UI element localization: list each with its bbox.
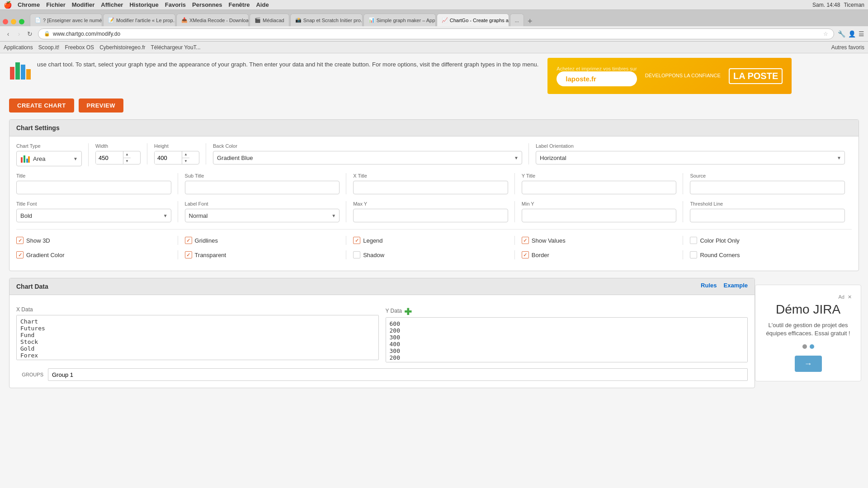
bookmark-2[interactable]: Freebox OS bbox=[65, 44, 94, 51]
height-input[interactable] bbox=[155, 151, 182, 164]
menu-historique[interactable]: Historique bbox=[129, 1, 158, 8]
menu-favoris[interactable]: Favoris bbox=[165, 1, 186, 8]
nav-buttons: ‹ › ↻ bbox=[4, 29, 34, 38]
menu-personnes[interactable]: Personnes bbox=[192, 1, 222, 8]
chart-type-selector[interactable]: Area ▼ bbox=[16, 151, 82, 166]
window-close[interactable] bbox=[3, 19, 8, 24]
chart-data-title: Chart Data bbox=[16, 283, 48, 290]
threshold-input[interactable] bbox=[690, 209, 845, 222]
bookmark-star[interactable]: ☆ bbox=[823, 31, 828, 37]
tab-4[interactable]: 📸 Snap et Scratch Initier pro... bbox=[290, 14, 363, 26]
menu-modifier[interactable]: Modifier bbox=[72, 1, 95, 8]
tab-6[interactable]: 📈 ChartGo - Create graphs a... ✕ bbox=[437, 14, 509, 26]
subtitle-input[interactable] bbox=[185, 181, 340, 194]
cb-legend-box[interactable] bbox=[353, 237, 360, 244]
cb-gradientcolor-label: Gradient Color bbox=[26, 252, 65, 258]
svg-rect-7 bbox=[28, 156, 30, 163]
menu-afficher[interactable]: Afficher bbox=[101, 1, 123, 8]
bookmarks-bar: Applications Scoop.it! Freebox OS Cyberh… bbox=[0, 42, 868, 53]
cb-border-box[interactable] bbox=[522, 251, 529, 258]
logo-description: use chart tool. To start, select your gr… bbox=[9, 58, 538, 80]
url-bar[interactable]: 🔒 www.chartgo.com/modify.do ☆ bbox=[38, 28, 834, 39]
checkbox-row-1: Show 3D Gridlines Legend Show Values bbox=[16, 235, 852, 246]
tab-more[interactable]: ... bbox=[510, 14, 524, 26]
bookmarks-right[interactable]: Autres favoris bbox=[831, 44, 864, 51]
tab-example[interactable]: Example bbox=[724, 282, 748, 289]
backcolor-select[interactable]: Gradient Blue White Gray Black None bbox=[213, 151, 522, 164]
ad-banner: Achetez et imprimez vos timbres sur lapo… bbox=[547, 58, 792, 94]
cb-legend: Legend bbox=[346, 235, 515, 246]
cb-colorplotonly-box[interactable] bbox=[690, 237, 697, 244]
refresh-button[interactable]: ↻ bbox=[25, 29, 34, 38]
cb-showvalues-box[interactable] bbox=[522, 237, 529, 244]
cb-gradientcolor-box[interactable] bbox=[16, 251, 24, 258]
menu-fichier[interactable]: Fichier bbox=[46, 1, 66, 8]
bookmark-0[interactable]: Applications bbox=[4, 44, 33, 51]
miny-label: Min Y bbox=[522, 201, 677, 206]
ad-laposte-btn[interactable]: laposte.fr bbox=[557, 71, 637, 86]
width-up[interactable]: ▲ bbox=[123, 151, 131, 158]
maxy-label: Max Y bbox=[353, 201, 508, 206]
jira-cta-button[interactable]: → bbox=[795, 356, 822, 372]
labelorientation-select[interactable]: Horizontal Vertical Diagonal bbox=[536, 151, 845, 164]
cb-gradientcolor: Gradient Color bbox=[16, 249, 178, 260]
window-maximize[interactable] bbox=[19, 19, 24, 24]
y-data-input[interactable] bbox=[386, 317, 748, 362]
cb-shadow-box[interactable] bbox=[353, 251, 360, 258]
width-spinner[interactable]: ▲ ▼ bbox=[95, 151, 141, 164]
tab-3[interactable]: 🎬 Médiacad bbox=[250, 14, 289, 26]
bookmark-1[interactable]: Scoop.it! bbox=[38, 44, 60, 51]
data-columns: X Data Y Data ✚ bbox=[16, 306, 748, 364]
back-button[interactable]: ‹ bbox=[4, 29, 13, 38]
app-name[interactable]: Chrome bbox=[18, 1, 40, 8]
width-label: Width bbox=[95, 143, 141, 149]
jira-dot-2[interactable] bbox=[810, 344, 814, 349]
menu-aide[interactable]: Aide bbox=[256, 1, 269, 8]
bookmark-4[interactable]: Téléchargeur YouT... bbox=[151, 44, 201, 51]
width-input[interactable] bbox=[96, 151, 123, 164]
cb-show3d-box[interactable] bbox=[16, 237, 24, 244]
extensions-icon[interactable]: 🔧 bbox=[838, 30, 845, 38]
jira-dot-1[interactable] bbox=[802, 344, 807, 349]
titlefont-select[interactable]: Bold Normal Italic bbox=[16, 209, 171, 222]
height-spinner[interactable]: ▲ ▼ bbox=[154, 151, 199, 164]
bookmark-3[interactable]: Cyberhistoiregeo.fr bbox=[99, 44, 145, 51]
cb-colorplotonly-label: Color Plot Only bbox=[700, 237, 739, 244]
x-data-input[interactable] bbox=[16, 315, 379, 360]
ad-close-x[interactable]: ✕ bbox=[848, 294, 852, 300]
preview-button[interactable]: PREVIEW bbox=[79, 99, 123, 113]
cb-showvalues-label: Show Values bbox=[532, 237, 566, 244]
miny-input[interactable] bbox=[522, 209, 677, 222]
threshold-group: Threshold Line bbox=[683, 201, 852, 222]
add-column-button[interactable]: ✚ bbox=[404, 306, 412, 317]
title-input[interactable] bbox=[16, 181, 171, 194]
tab-5[interactable]: 📊 Simple graph maker – App... bbox=[363, 14, 436, 26]
width-down[interactable]: ▼ bbox=[123, 158, 131, 164]
cb-transparent-box[interactable] bbox=[185, 251, 192, 258]
labelfont-select[interactable]: Normal Bold Italic bbox=[185, 209, 340, 222]
cb-gridlines-box[interactable] bbox=[185, 237, 192, 244]
cb-roundcorners-box[interactable] bbox=[690, 251, 697, 258]
menu-icon[interactable]: ☰ bbox=[859, 30, 864, 38]
create-chart-button[interactable]: CREATE CHART bbox=[9, 99, 74, 113]
apple-menu[interactable]: 🍎 bbox=[4, 1, 12, 9]
height-down[interactable]: ▼ bbox=[182, 158, 189, 164]
groups-input[interactable] bbox=[48, 368, 748, 381]
window-minimize[interactable] bbox=[11, 19, 16, 24]
maxy-input[interactable] bbox=[353, 209, 508, 222]
x-data-column: X Data bbox=[16, 306, 379, 364]
xtitle-input[interactable] bbox=[353, 181, 508, 194]
tab-2[interactable]: 📥 XMedia Recode - Downloa... bbox=[176, 14, 249, 26]
profile-icon[interactable]: 👤 bbox=[848, 30, 856, 38]
forward-button[interactable]: › bbox=[14, 29, 24, 38]
tab-1[interactable]: 📝 Modifier l'article « Le prop... bbox=[103, 14, 175, 26]
site-description: use chart tool. To start, select your gr… bbox=[37, 58, 538, 69]
ytitle-input[interactable] bbox=[522, 181, 677, 194]
menu-fenetre[interactable]: Fenêtre bbox=[228, 1, 250, 8]
tab-rules[interactable]: Rules bbox=[701, 282, 717, 289]
source-input[interactable] bbox=[690, 181, 845, 194]
height-up[interactable]: ▲ bbox=[182, 151, 189, 158]
tab-0[interactable]: 📄 ? [Enseigner avec le numéric... bbox=[30, 14, 102, 26]
threshold-label: Threshold Line bbox=[690, 201, 845, 206]
new-tab-button[interactable]: + bbox=[528, 17, 533, 26]
